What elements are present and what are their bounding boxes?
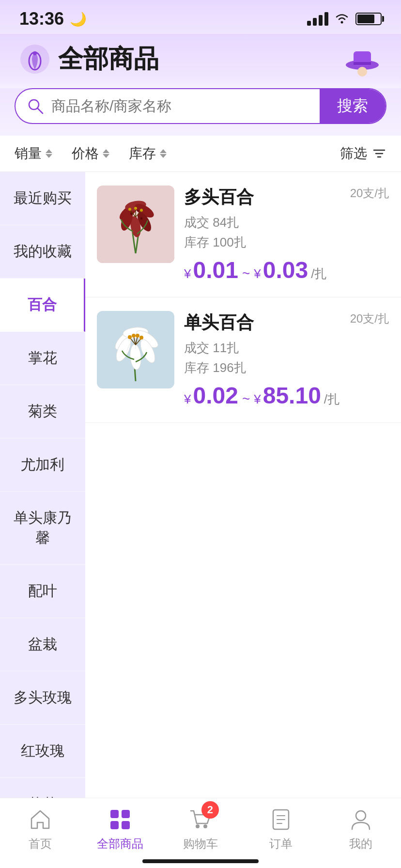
sidebar-item-recent[interactable]: 最近购买 [0, 172, 85, 225]
status-bar: 13:36 🌙 [0, 0, 401, 34]
hat-avatar-icon [343, 42, 382, 77]
svg-point-22 [140, 217, 143, 220]
filter-button[interactable]: 筛选 [340, 144, 386, 163]
product-price-1: ¥ 0.01 ~ ¥ 0.03 /扎 [184, 257, 389, 283]
product-image-2 [97, 311, 174, 388]
sidebar-item-eucalyptus[interactable]: 尤加利 [0, 438, 85, 492]
product-info-1: 多头百合 20支/扎 成交 84扎 库存 100扎 ¥ 0.01 ~ ¥ 0.0… [184, 186, 389, 283]
product-unit-1: 20支/扎 [350, 186, 389, 201]
order-icon [268, 807, 293, 832]
sort-arrows-stock [160, 149, 167, 158]
home-icon [28, 807, 53, 832]
svg-point-54 [356, 811, 366, 821]
sort-by-stock[interactable]: 库存 [129, 144, 167, 163]
moon-icon: 🌙 [70, 11, 87, 27]
header: 全部商品 [0, 34, 401, 88]
sidebar-item-palm[interactable]: 掌花 [0, 332, 85, 385]
sidebar-item-leaves[interactable]: 配叶 [0, 565, 85, 618]
sidebar-item-red-rose[interactable]: 红玫瑰 [0, 725, 85, 778]
page-title: 全部商品 [58, 42, 159, 76]
main-content: 最近购买 我的收藏 百合 掌花 菊类 尤加利 单头康乃馨 配叶 盆栽 多头玫瑰 … [0, 172, 401, 868]
sort-bar: 销量 价格 库存 筛选 [0, 136, 401, 172]
sidebar-item-carnation[interactable]: 单头康乃馨 [0, 492, 85, 565]
svg-rect-47 [122, 821, 130, 829]
cart-badge: 2 [201, 801, 219, 819]
product-sales-1: 成交 84扎 [184, 214, 389, 231]
svg-point-28 [140, 209, 143, 212]
sidebar-item-chrysanthemum[interactable]: 菊类 [0, 385, 85, 438]
sort-arrows-price [103, 149, 109, 158]
nav-item-products[interactable]: 全部商品 [91, 807, 149, 852]
search-input[interactable] [51, 98, 320, 114]
sidebar-item-favorites[interactable]: 我的收藏 [0, 225, 85, 279]
battery-icon [355, 13, 382, 25]
svg-point-43 [139, 336, 143, 340]
nav-item-home[interactable]: 首页 [11, 807, 69, 852]
product-card-2[interactable]: 单头百合 20支/扎 成交 11扎 库存 196扎 ¥ 0.02 ~ ¥ 85.… [85, 297, 401, 423]
svg-point-3 [33, 51, 37, 55]
app-logo [19, 44, 50, 75]
bottom-nav: 首页 全部商品 2 购物车 [0, 798, 401, 868]
svg-point-26 [128, 208, 131, 211]
svg-point-48 [196, 824, 200, 828]
svg-point-21 [137, 210, 139, 212]
svg-line-9 [38, 108, 43, 113]
sidebar-item-lily[interactable]: 百合 [0, 279, 85, 332]
product-price-2: ¥ 0.02 ~ ¥ 85.10 /扎 [184, 382, 389, 409]
sort-by-sales[interactable]: 销量 [15, 144, 52, 163]
nav-label-products: 全部商品 [97, 836, 143, 852]
lily1-illustration [97, 186, 174, 263]
nav-item-cart[interactable]: 2 购物车 [171, 807, 230, 852]
product-image-1 [97, 186, 174, 263]
nav-item-profile[interactable]: 我的 [332, 807, 390, 852]
filter-icon [372, 146, 386, 161]
signal-icon [307, 12, 328, 26]
search-icon [15, 98, 51, 114]
svg-rect-46 [110, 821, 119, 829]
svg-point-41 [132, 334, 136, 338]
wifi-icon [334, 11, 350, 27]
svg-point-40 [128, 335, 132, 339]
product-unit-2: 20支/扎 [350, 311, 389, 326]
status-icons [307, 11, 382, 27]
sidebar-item-spray-rose[interactable]: 多头玫瑰 [0, 671, 85, 725]
nav-label-profile: 我的 [349, 836, 372, 852]
sort-arrows-sales [46, 149, 52, 158]
nav-label-cart: 购物车 [183, 836, 218, 852]
grid-icon [108, 807, 133, 832]
svg-point-8 [29, 100, 39, 109]
status-time: 13:36 [19, 9, 64, 29]
header-left: 全部商品 [19, 42, 159, 76]
lily2-illustration [97, 311, 174, 388]
sidebar-item-potted[interactable]: 盆栽 [0, 618, 85, 671]
product-card-1[interactable]: 多头百合 20支/扎 成交 84扎 库存 100扎 ¥ 0.01 ~ ¥ 0.0… [85, 172, 401, 297]
cart-icon-wrapper: 2 [188, 807, 213, 832]
product-stock-1: 库存 100扎 [184, 234, 389, 251]
product-name-2: 单头百合 [184, 311, 254, 335]
user-icon [348, 807, 373, 832]
nav-label-orders: 订单 [269, 836, 293, 852]
svg-point-42 [136, 334, 139, 338]
svg-rect-44 [110, 810, 119, 818]
avatar[interactable] [343, 42, 382, 77]
svg-point-49 [203, 824, 207, 828]
sort-by-price[interactable]: 价格 [72, 144, 109, 163]
product-name-1: 多头百合 [184, 186, 254, 209]
svg-point-7 [357, 67, 367, 77]
search-input-wrapper: 搜索 [15, 88, 386, 124]
sidebar: 最近购买 我的收藏 百合 掌花 菊类 尤加利 单头康乃馨 配叶 盆栽 多头玫瑰 … [0, 172, 85, 868]
svg-rect-6 [354, 62, 371, 65]
svg-point-0 [341, 21, 343, 23]
svg-rect-45 [122, 810, 130, 818]
product-list: 多头百合 20支/扎 成交 84扎 库存 100扎 ¥ 0.01 ~ ¥ 0.0… [85, 172, 401, 868]
svg-point-27 [134, 207, 137, 210]
search-button[interactable]: 搜索 [320, 89, 386, 123]
bottom-indicator [142, 859, 259, 863]
nav-label-home: 首页 [29, 836, 52, 852]
nav-item-orders[interactable]: 订单 [252, 807, 310, 852]
product-info-2: 单头百合 20支/扎 成交 11扎 库存 196扎 ¥ 0.02 ~ ¥ 85.… [184, 311, 389, 409]
search-bar: 搜索 [0, 88, 401, 136]
product-stock-2: 库存 196扎 [184, 359, 389, 376]
product-sales-2: 成交 11扎 [184, 340, 389, 356]
